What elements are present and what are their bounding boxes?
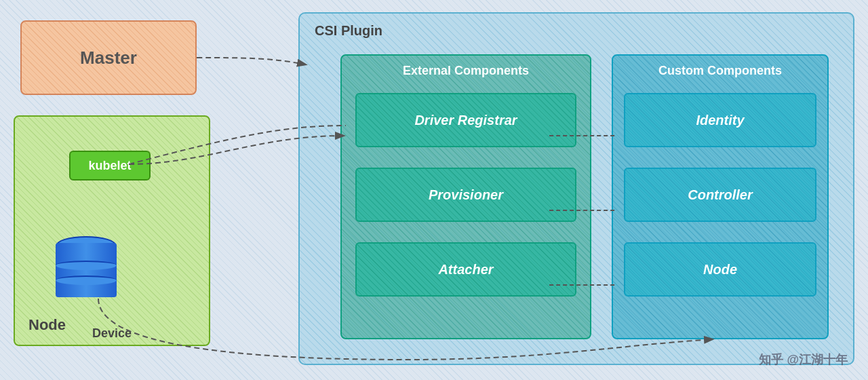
identity-item: Identity <box>624 93 816 147</box>
csi-plugin-box: CSI Plugin External Components Driver Re… <box>298 12 854 365</box>
diagram-container: Master kubelet Device Node CSI Plugin Ex… <box>0 0 868 380</box>
custom-components-title: Custom Components <box>658 64 782 78</box>
watermark: 知乎 @江湖十年 <box>759 352 848 368</box>
node-component-label: Node <box>703 262 737 278</box>
attacher-item: Attacher <box>355 242 576 297</box>
master-label: Master <box>80 48 137 69</box>
node-label: Node <box>28 316 66 334</box>
csi-title: CSI Plugin <box>315 23 382 39</box>
external-components-box: External Components Driver Registrar Pro… <box>340 54 591 339</box>
attacher-label: Attacher <box>438 262 493 278</box>
db-body <box>56 243 117 297</box>
controller-label: Controller <box>688 187 753 203</box>
custom-components-box: Custom Components Identity Controller No… <box>612 54 829 339</box>
kubelet-label: kubelet <box>88 159 131 173</box>
device-label: Device <box>92 326 132 341</box>
node-box: kubelet Device Node <box>14 115 210 346</box>
provisioner-label: Provisioner <box>429 187 503 203</box>
db-mid2 <box>56 276 117 285</box>
device-cylinder <box>56 236 117 304</box>
controller-item: Controller <box>624 168 816 222</box>
identity-label: Identity <box>696 113 744 128</box>
kubelet-chip: kubelet <box>69 151 151 180</box>
driver-registrar-label: Driver Registrar <box>414 113 517 128</box>
driver-registrar-item: Driver Registrar <box>355 93 576 147</box>
db-mid1 <box>56 261 117 270</box>
node-component-item: Node <box>624 242 816 297</box>
master-box: Master <box>20 20 197 95</box>
external-components-title: External Components <box>403 64 529 78</box>
provisioner-item: Provisioner <box>355 168 576 222</box>
